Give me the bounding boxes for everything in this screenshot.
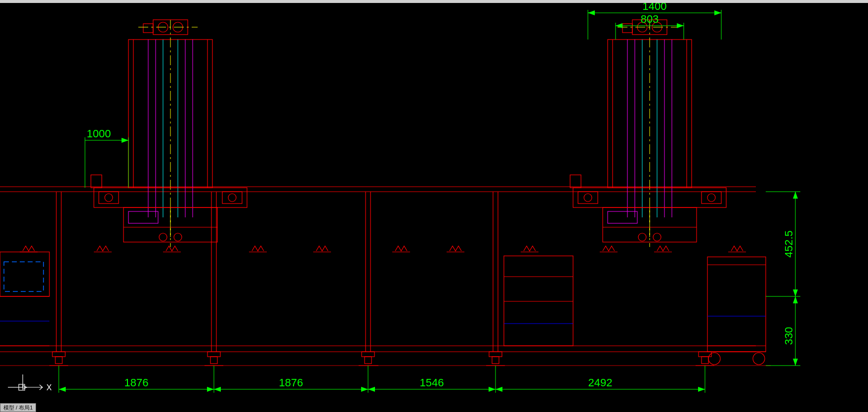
rail-brackets [20, 246, 746, 252]
svg-marker-101 [207, 387, 214, 392]
svg-rect-20 [365, 357, 372, 364]
svg-rect-37 [707, 257, 766, 352]
dim-value: 1876 [124, 376, 149, 389]
svg-rect-33 [504, 256, 573, 346]
svg-marker-92 [793, 359, 798, 366]
tower-assembly-left [91, 20, 247, 247]
left-end-module [0, 252, 49, 346]
svg-marker-78 [677, 23, 684, 28]
svg-rect-28 [0, 252, 49, 296]
svg-marker-105 [489, 387, 496, 392]
dim-value: 1876 [279, 376, 303, 389]
svg-marker-86 [793, 192, 798, 199]
svg-marker-73 [714, 10, 721, 15]
cad-drawing-canvas[interactable]: 1400 803 1000 452.5 330 [0, 0, 868, 412]
leveling-feet [49, 352, 714, 366]
svg-point-41 [708, 353, 720, 365]
svg-rect-23 [492, 357, 499, 364]
svg-rect-25 [699, 352, 711, 357]
tower-assembly-right [570, 20, 726, 247]
ucs-icon: X [8, 374, 52, 392]
svg-rect-19 [362, 352, 374, 357]
svg-rect-14 [55, 357, 62, 364]
svg-rect-26 [702, 357, 708, 364]
dimension-bottom-row: 1876 1876 1546 2492 [59, 366, 705, 393]
rolling-cart [707, 257, 766, 365]
layout-tab[interactable]: 模型 / 布局1 [0, 403, 36, 412]
svg-point-42 [753, 353, 765, 365]
dim-value: 1546 [420, 376, 444, 389]
svg-marker-106 [496, 387, 502, 392]
svg-rect-13 [52, 352, 65, 357]
dim-value: 330 [783, 327, 795, 345]
ucs-label: X [46, 383, 52, 392]
layout-tab-label: 模型 / 布局1 [3, 405, 33, 411]
dimension-upper-left: 1000 [85, 127, 128, 188]
svg-rect-29 [4, 262, 43, 291]
dim-value: 452.5 [783, 230, 795, 257]
svg-rect-16 [207, 352, 220, 357]
dim-value: 2492 [588, 376, 613, 389]
svg-rect-22 [489, 352, 502, 357]
svg-marker-82 [122, 138, 128, 143]
dimension-right-lower: 330 [766, 296, 800, 366]
dimension-right-upper: 452.5 [766, 192, 800, 296]
svg-marker-104 [368, 387, 375, 392]
dim-value: 803 [641, 13, 659, 25]
svg-marker-107 [698, 387, 705, 392]
svg-marker-100 [59, 387, 66, 392]
window-top-border [0, 0, 868, 3]
dim-value: 1000 [87, 127, 111, 140]
svg-marker-102 [214, 387, 221, 392]
svg-marker-72 [588, 10, 595, 15]
svg-rect-17 [210, 357, 217, 364]
mid-shelf-unit [504, 256, 573, 346]
base-frame [0, 187, 771, 366]
svg-marker-91 [793, 296, 798, 303]
svg-marker-103 [361, 387, 368, 392]
svg-marker-87 [793, 289, 798, 296]
